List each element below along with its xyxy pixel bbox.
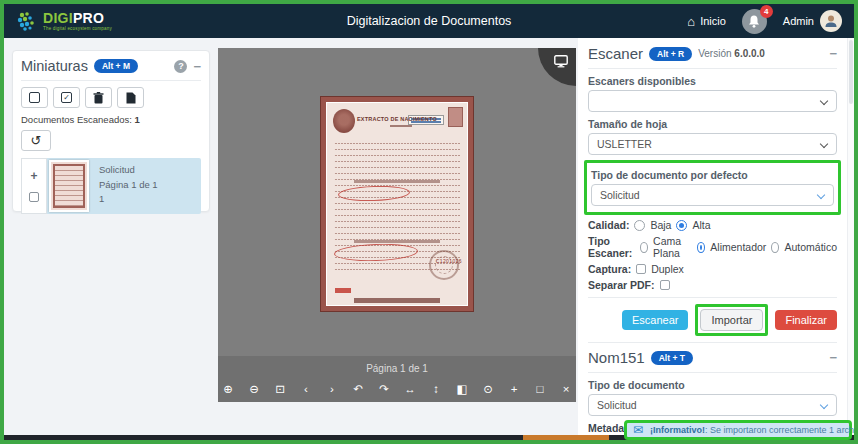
version-label: Versión xyxy=(698,48,731,59)
flatbed-radio[interactable] xyxy=(640,242,648,253)
nom151-panel-title: Nom151 xyxy=(588,349,645,366)
feeder-label: Alimentador xyxy=(710,241,766,253)
rotate-left-icon[interactable]: ↶ xyxy=(352,384,365,396)
prev-page-icon[interactable]: ‹ xyxy=(300,384,313,396)
thumbnail-page-label: Página 1 de 1 xyxy=(99,178,158,193)
checkbox-checked-icon: ✓ xyxy=(61,92,72,103)
thumbnails-panel-title: Miniaturas xyxy=(21,58,88,74)
collapse-icon[interactable]: − xyxy=(829,47,837,60)
automatic-radio[interactable] xyxy=(771,242,779,253)
import-button-highlight: Importar xyxy=(695,304,768,336)
doc-type-select[interactable]: Solicitud xyxy=(588,394,837,416)
quality-low-label: Baja xyxy=(650,219,671,231)
viewer-toolbar: ⊕ ⊖ ⊡ ‹ › ↶ ↷ ↔ ↕ ◧ ⊙ + □ × xyxy=(218,384,576,396)
zoom-out-icon[interactable]: ⊖ xyxy=(248,384,261,396)
barcode-ribbon xyxy=(354,298,439,303)
new-document-button[interactable] xyxy=(117,87,144,108)
scanner-panel-header: Escaner Alt + R Versión 6.0.0.0 − xyxy=(588,45,837,62)
toast-body: : Se importaron correctamente 1 archivos xyxy=(705,425,854,435)
thumbnail-list-item[interactable]: + Solicitud Página 1 de 1 1 xyxy=(21,158,201,214)
quality-high-label: Alta xyxy=(692,219,710,231)
user-menu[interactable]: Admin xyxy=(783,10,842,32)
separate-pdf-checkbox[interactable] xyxy=(660,280,670,290)
close-icon[interactable]: × xyxy=(560,384,573,396)
next-page-icon[interactable]: › xyxy=(326,384,339,396)
scan-button[interactable]: Escanear xyxy=(622,310,688,330)
viewer-page-label: Página 1 de 1 xyxy=(218,363,576,374)
select-all-button[interactable]: ✓ xyxy=(53,87,80,108)
import-button[interactable]: Importar xyxy=(700,309,763,331)
select-area-icon[interactable]: □ xyxy=(534,384,547,396)
user-label: Admin xyxy=(783,15,814,27)
finish-button[interactable]: Finalizar xyxy=(775,310,837,330)
page-title: Digitalizacion de Documentos xyxy=(347,14,512,28)
separate-pdf-row: Separar PDF: xyxy=(588,279,837,291)
fit-screen-icon[interactable]: ⊡ xyxy=(274,384,287,396)
rotate-left-button[interactable]: ↺ xyxy=(21,130,51,151)
scrollbar-thumb[interactable] xyxy=(849,40,853,104)
flatbed-label: Cama Plana xyxy=(653,235,692,259)
delete-pages-button[interactable] xyxy=(85,87,112,108)
notification-badge: 4 xyxy=(760,5,773,18)
separate-pdf-label: Separar PDF: xyxy=(588,279,655,291)
checkbox-empty-icon xyxy=(29,92,40,103)
version-text: Versión 6.0.0.0 xyxy=(698,48,765,59)
digipro-logo[interactable]: DIGIPRO The digital ecosystem company xyxy=(16,10,112,32)
vertical-scrollbar[interactable] xyxy=(847,38,854,435)
logo-digi: DIGI xyxy=(43,10,73,26)
info-toast[interactable]: ✉ ¡Informativo!: Se importaron correctam… xyxy=(624,420,852,440)
rotate-left-icon: ↺ xyxy=(31,134,42,147)
thumbnail-doc-type: Solicitud xyxy=(99,163,158,178)
divider xyxy=(588,342,837,343)
notifications-button[interactable]: 4 xyxy=(742,9,767,34)
drag-handle-icon[interactable]: + xyxy=(30,170,37,182)
document-preview[interactable]: EXTRACTO DE NACIMIENTO C1201026 xyxy=(321,97,473,311)
shortcut-badge-escaner: Alt + R xyxy=(649,47,692,61)
collapse-icon[interactable]: − xyxy=(193,60,201,73)
nom151-panel-header: Nom151 Alt + T − xyxy=(588,349,837,366)
flip-vertical-icon[interactable]: ↕ xyxy=(430,384,443,396)
available-scanners-select[interactable] xyxy=(588,90,837,112)
move-icon[interactable]: + xyxy=(508,384,521,396)
divider xyxy=(588,372,837,373)
top-navbar: DIGIPRO The digital ecosystem company Di… xyxy=(4,4,854,38)
shortcut-badge-nom151: Alt + T xyxy=(651,351,693,365)
quality-low-radio[interactable] xyxy=(634,220,645,231)
document-title: EXTRACTO DE NACIMIENTO xyxy=(326,116,468,122)
sheet-size-select[interactable]: USLETTER xyxy=(588,133,837,155)
doc-type-label: Tipo de documento xyxy=(588,379,837,391)
focus-icon[interactable]: ⊙ xyxy=(482,384,495,396)
chevron-down-icon xyxy=(820,97,828,105)
version-value: 6.0.0.0 xyxy=(734,48,765,59)
doc-type-value: Solicitud xyxy=(597,399,637,411)
zoom-in-icon[interactable]: ⊕ xyxy=(222,384,235,396)
thumbnail-image-detail xyxy=(53,164,85,208)
divider xyxy=(21,80,201,81)
quality-high-radio[interactable] xyxy=(676,220,687,231)
logo-text: DIGIPRO The digital ecosystem company xyxy=(43,10,112,32)
scanned-count-line: Documentos Escaneados: 1 xyxy=(21,114,201,125)
nav-home-label: Inicio xyxy=(700,15,726,27)
fullscreen-preview-button[interactable] xyxy=(538,48,576,86)
nav-home-link[interactable]: ⌂ Inicio xyxy=(687,15,726,28)
logo-pro: PRO xyxy=(73,10,104,26)
feeder-radio[interactable] xyxy=(697,242,705,253)
default-doc-type-select[interactable]: Solicitud xyxy=(591,184,834,206)
automatic-label: Automático xyxy=(784,241,837,253)
thumbnail-image[interactable] xyxy=(49,160,89,212)
duplex-checkbox[interactable] xyxy=(636,264,646,274)
thumbnails-toolbar: ✓ xyxy=(21,87,201,108)
rotate-right-icon[interactable]: ↷ xyxy=(378,384,391,396)
scanned-count-label: Documentos Escaneados: xyxy=(21,114,132,125)
thumbnail-checkbox[interactable] xyxy=(29,192,39,202)
capture-label: Captura: xyxy=(588,263,631,275)
collapse-icon[interactable]: − xyxy=(829,351,837,364)
monitor-icon xyxy=(554,55,568,68)
contrast-icon[interactable]: ◧ xyxy=(456,384,469,396)
divider xyxy=(588,68,837,69)
thumbnail-meta: Solicitud Página 1 de 1 1 xyxy=(91,158,166,214)
scanner-type-row: Tipo Escaner: Cama Plana Alimentador Aut… xyxy=(588,235,837,259)
deselect-all-button[interactable] xyxy=(21,87,48,108)
help-icon[interactable]: ? xyxy=(174,60,187,73)
flip-horizontal-icon[interactable]: ↔ xyxy=(404,384,417,396)
